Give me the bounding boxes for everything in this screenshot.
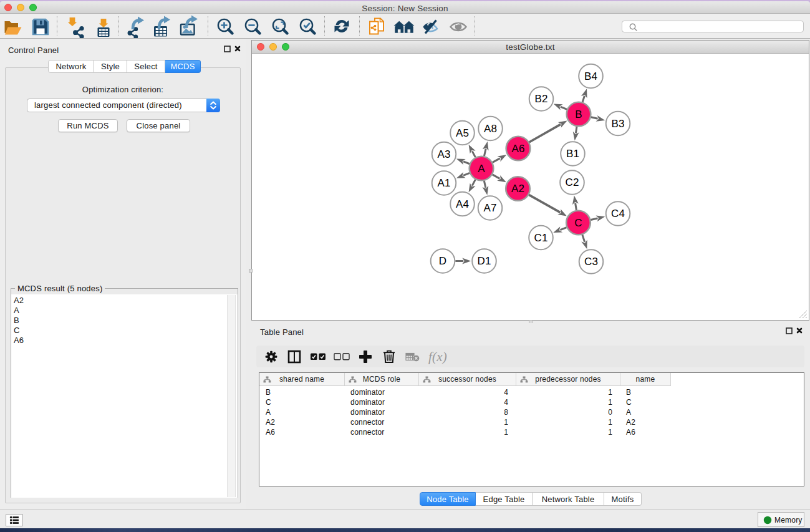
- svg-text:D1: D1: [477, 255, 491, 267]
- svg-text:C3: C3: [584, 256, 598, 268]
- svg-text:A7: A7: [483, 202, 496, 214]
- svg-text:A5: A5: [456, 127, 469, 139]
- svg-text:B2: B2: [534, 93, 547, 105]
- svg-text:A3: A3: [437, 148, 450, 160]
- svg-text:C4: C4: [611, 208, 625, 220]
- svg-text:A2: A2: [511, 183, 524, 195]
- svg-text:A4: A4: [456, 198, 469, 210]
- svg-text:A1: A1: [437, 177, 450, 189]
- svg-text:A6: A6: [511, 143, 524, 155]
- svg-text:D: D: [439, 255, 446, 267]
- svg-text:f(x): f(x): [428, 349, 447, 364]
- svg-text:B4: B4: [584, 70, 597, 82]
- svg-text:A8: A8: [484, 123, 497, 135]
- svg-text:C2: C2: [565, 177, 579, 188]
- svg-text:B1: B1: [566, 148, 579, 160]
- svg-text:C: C: [574, 217, 582, 229]
- svg-text:C1: C1: [534, 232, 547, 244]
- svg-text:B: B: [575, 109, 582, 120]
- svg-text:B3: B3: [611, 118, 624, 130]
- svg-text:A: A: [478, 163, 485, 175]
